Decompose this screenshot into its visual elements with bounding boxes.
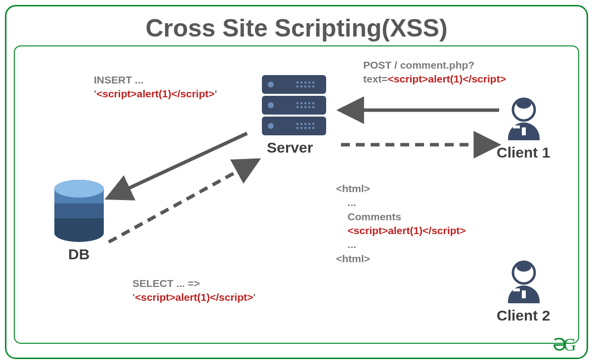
insert-line1: INSERT ...	[94, 74, 143, 85]
post-payload: <script>alert(1)</script>	[388, 73, 506, 84]
client1-label: Client 1	[497, 144, 550, 161]
post-prefix: text=	[363, 73, 388, 84]
diagram-title: Cross Site Scripting(XSS)	[0, 14, 593, 42]
client2-label: Client 2	[497, 307, 550, 324]
select-payload: <script>alert(1)</script>	[135, 291, 253, 303]
html-close: <html>	[336, 253, 370, 264]
post-line1: POST / comment.php?	[363, 59, 474, 71]
insert-payload: <script>alert(1)</script>	[96, 88, 214, 99]
html-payload: <script>alert(1)</script>	[347, 225, 466, 236]
insert-quote-close: '	[214, 88, 217, 99]
db-label: DB	[68, 246, 89, 263]
select-quote-close: '	[253, 291, 255, 303]
select-label: SELECT ... => '<script>alert(1)</script>…	[132, 277, 255, 305]
html-dots2: ...	[347, 239, 356, 250]
html-dots1: ...	[347, 197, 356, 208]
html-comments: Comments	[347, 211, 401, 222]
geeksforgeeks-logo: ƏG	[552, 334, 573, 355]
html-open: <html>	[336, 183, 370, 194]
select-line1: SELECT ... =>	[132, 278, 200, 289]
html-response-label: <html> ... Comments <script>alert(1)</sc…	[336, 182, 466, 266]
post-request-label: POST / comment.php? text=<script>alert(1…	[363, 58, 506, 86]
insert-label: INSERT ... '<script>alert(1)</script>'	[94, 73, 217, 101]
server-label: Server	[267, 139, 313, 156]
